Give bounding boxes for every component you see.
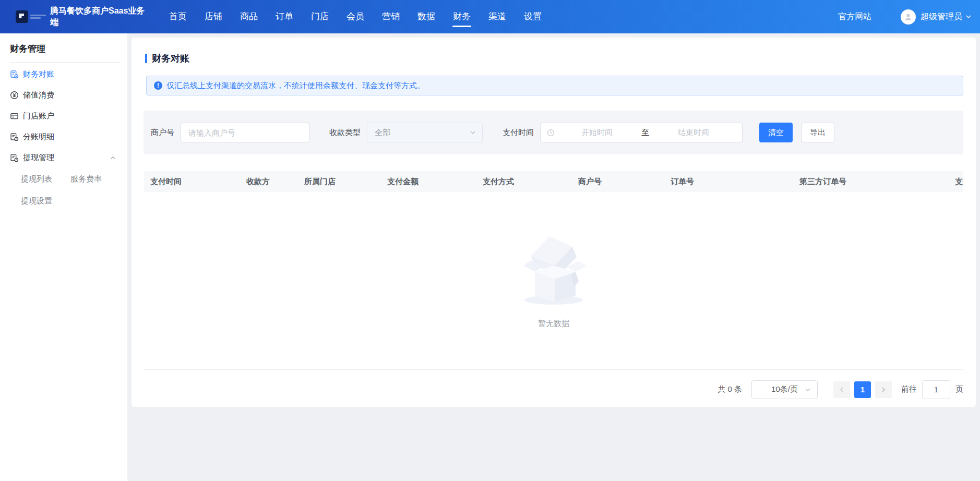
page-1-button[interactable]: 1 xyxy=(854,381,871,398)
payee-type-label: 收款类型 xyxy=(329,128,361,138)
card-icon xyxy=(10,112,19,121)
filter-bar: 商户号 收款类型 全部 支付时间 开始时间 至 结束时间 清空 导出 xyxy=(144,111,963,154)
column-header-9: 支付 xyxy=(949,177,963,187)
user-menu[interactable]: 超级管理员 xyxy=(921,11,972,22)
clear-button[interactable]: 清空 xyxy=(759,123,793,142)
page-title: 财务对账 xyxy=(152,52,189,65)
empty-box-icon xyxy=(517,233,590,306)
nav-item-6[interactable]: 会员 xyxy=(345,0,365,33)
sidebar-subitem-1[interactable]: 提现列表 xyxy=(21,172,70,186)
export-button[interactable]: 导出 xyxy=(801,123,834,142)
chevron-left-icon xyxy=(839,387,845,393)
nav-item-4[interactable]: 订单 xyxy=(274,0,294,33)
avatar-icon[interactable] xyxy=(901,9,916,25)
chevron-down-icon xyxy=(965,14,972,20)
column-header-7: 订单号 xyxy=(664,177,793,187)
page-size-select[interactable]: 10条/页 xyxy=(751,380,818,399)
topbar: 腾马餐饮多商户Saas业务端 首页店铺商品订单门店会员营销数据财务渠道设置 官方… xyxy=(0,0,980,33)
end-time-placeholder: 结束时间 xyxy=(651,128,736,138)
page-title-row: 财务对账 xyxy=(132,38,976,65)
info-alert: ! 仅汇总线上支付渠道的交易流水，不统计使用余额支付、现金支付等方式。 xyxy=(146,76,963,95)
title-accent-bar xyxy=(145,54,147,63)
page-size-value: 10条/页 xyxy=(771,384,798,394)
nav-item-2[interactable]: 店铺 xyxy=(204,0,223,33)
start-time-placeholder: 开始时间 xyxy=(555,128,639,138)
total-count: 共 0 条 xyxy=(718,384,742,394)
sidebar-item-label: 提现管理 xyxy=(23,153,54,163)
main-area: 财务对账 ! 仅汇总线上支付渠道的交易流水，不统计使用余额支付、现金支付等方式。… xyxy=(127,33,980,481)
sidebar-item-label: 分账明细 xyxy=(23,132,54,142)
column-header-4: 支付金额 xyxy=(381,177,476,187)
column-header-5: 支付方式 xyxy=(476,177,572,187)
sidebar-item-1[interactable]: 财务对账 xyxy=(0,64,127,85)
sidebar-item-5[interactable]: 提现管理 xyxy=(0,147,127,168)
sidebar: 财务管理 财务对账储值消费门店账户分账明细提现管理提现列表服务费率提现设置 xyxy=(0,33,127,481)
column-header-1: 支付时间 xyxy=(144,177,240,187)
pay-time-range-picker[interactable]: 开始时间 至 结束时间 xyxy=(540,123,743,142)
sidebar-item-2[interactable]: 储值消费 xyxy=(0,85,127,105)
top-nav: 首页店铺商品订单门店会员营销数据财务渠道设置 xyxy=(168,0,543,33)
user-name: 超级管理员 xyxy=(921,11,962,22)
empty-state: 暂无数据 xyxy=(132,192,976,369)
sidebar-submenu: 提现列表服务费率提现设置 xyxy=(0,172,127,208)
table-header: 支付时间收款方所属门店支付金额支付方式商户号订单号第三方订单号支付 xyxy=(144,171,963,192)
ledger-icon xyxy=(10,153,19,162)
chevron-down-icon xyxy=(805,387,811,393)
column-header-2: 收款方 xyxy=(240,177,298,187)
pagination: 共 0 条 10条/页 1 前往 页 xyxy=(144,370,963,409)
sidebar-menu: 财务对账储值消费门店账户分账明细提现管理提现列表服务费率提现设置 xyxy=(0,64,127,208)
chevron-up-icon xyxy=(110,155,116,161)
clock-icon xyxy=(547,129,555,137)
merchant-id-label: 商户号 xyxy=(151,128,174,138)
pay-time-label: 支付时间 xyxy=(503,128,534,138)
column-header-3: 所属门店 xyxy=(298,177,381,187)
nav-item-8[interactable]: 数据 xyxy=(416,0,436,33)
column-header-8: 第三方订单号 xyxy=(793,177,949,187)
nav-item-5[interactable]: 门店 xyxy=(310,0,330,33)
ledger-icon xyxy=(10,70,19,79)
empty-text: 暂无数据 xyxy=(538,319,569,329)
sidebar-title: 财务管理 xyxy=(0,33,127,55)
logo-caption-decoration xyxy=(30,14,46,20)
sidebar-item-4[interactable]: 分账明细 xyxy=(0,126,127,147)
content-card: 财务对账 ! 仅汇总线上支付渠道的交易流水，不统计使用余额支付、现金支付等方式。… xyxy=(132,38,976,407)
chevron-down-icon xyxy=(470,129,476,136)
nav-item-11[interactable]: 设置 xyxy=(523,0,543,33)
goto-label: 前往 xyxy=(901,384,917,394)
payee-type-select[interactable]: 全部 xyxy=(367,123,483,142)
column-header-6: 商户号 xyxy=(572,177,664,187)
nav-item-10[interactable]: 渠道 xyxy=(487,0,507,33)
sidebar-subitem-2[interactable]: 服务费率 xyxy=(70,172,127,186)
chevron-right-icon xyxy=(880,387,887,393)
sidebar-item-label: 储值消费 xyxy=(23,90,54,100)
app-logo-icon xyxy=(16,10,28,23)
yen-circle-icon xyxy=(10,91,19,100)
sidebar-item-3[interactable]: 门店账户 xyxy=(0,105,127,126)
official-site-link[interactable]: 官方网站 xyxy=(838,11,871,22)
sidebar-subitem-3[interactable]: 提现设置 xyxy=(21,194,70,208)
nav-item-1[interactable]: 首页 xyxy=(168,0,188,33)
sidebar-divider xyxy=(10,62,120,63)
nav-item-7[interactable]: 营销 xyxy=(381,0,401,33)
sidebar-item-label: 门店账户 xyxy=(23,111,54,121)
payee-type-value: 全部 xyxy=(375,128,470,138)
app-title: 腾马餐饮多商户Saas业务端 xyxy=(50,5,145,28)
merchant-id-input[interactable] xyxy=(181,123,309,142)
range-separator: 至 xyxy=(639,128,651,138)
sidebar-item-label: 财务对账 xyxy=(23,69,54,79)
nav-item-3[interactable]: 商品 xyxy=(239,0,259,33)
next-page-button[interactable] xyxy=(875,381,892,398)
info-icon: ! xyxy=(154,81,162,90)
page-unit-label: 页 xyxy=(955,384,963,394)
goto-page-input[interactable] xyxy=(922,380,950,399)
topbar-right: 官方网站 超级管理员 xyxy=(838,9,972,25)
ledger-icon xyxy=(10,133,19,141)
prev-page-button[interactable] xyxy=(833,381,850,398)
nav-item-9[interactable]: 财务 xyxy=(452,0,472,33)
alert-text: 仅汇总线上支付渠道的交易流水，不统计使用余额支付、现金支付等方式。 xyxy=(166,81,425,91)
